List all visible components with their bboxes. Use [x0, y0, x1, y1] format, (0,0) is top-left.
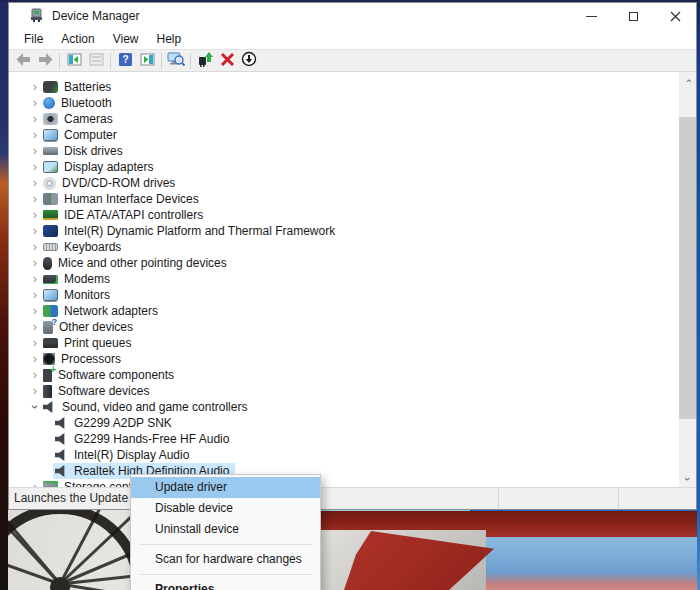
chevron-right-icon[interactable]: › [29, 81, 41, 93]
chevron-right-icon[interactable]: › [29, 209, 41, 221]
tree-item-label: Disk drives [64, 144, 123, 158]
tree-item-disk-drives[interactable]: ›Disk drives [9, 143, 679, 159]
dvd-icon [43, 177, 56, 190]
disable-device-button[interactable] [238, 51, 260, 71]
tree-item-intel-r-display-audio[interactable]: ›Intel(R) Display Audio [9, 447, 679, 463]
menu-separator [141, 544, 312, 545]
tree-item-sound-video-and-game-controllers[interactable]: ›Sound, video and game controllers [9, 399, 679, 415]
minimize-button[interactable] [570, 3, 612, 29]
chevron-right-icon[interactable]: › [29, 97, 41, 109]
tree-item-batteries[interactable]: ›Batteries [9, 79, 679, 95]
tree-item-g2299-hands-free-hf-audio[interactable]: ›G2299 Hands-Free HF Audio [9, 431, 679, 447]
tree-item-mice-and-other-pointing-devices[interactable]: ›Mice and other pointing devices [9, 255, 679, 271]
tree-item-bluetooth[interactable]: ›Bluetooth [9, 95, 679, 111]
tree-item-software-components[interactable]: ›Software components [9, 367, 679, 383]
help-button[interactable]: ? [114, 51, 136, 71]
tree-item-content: Computer [41, 127, 123, 143]
chevron-right-icon[interactable]: › [29, 113, 41, 125]
display-adapter-icon [43, 161, 58, 173]
chevron-right-icon[interactable]: › [29, 369, 41, 381]
context-menu-item-uninstall-device[interactable]: Uninstall device [131, 519, 320, 540]
tree-item-software-devices[interactable]: ›Software devices [9, 383, 679, 399]
tree-item-content: Modems [41, 271, 116, 287]
tree-item-content: Other devices [41, 319, 139, 335]
close-icon [670, 11, 681, 22]
chevron-right-icon[interactable]: › [29, 193, 41, 205]
tree-item-dvd-cd-rom-drives[interactable]: ›DVD/CD-ROM drives [9, 175, 679, 191]
back-button[interactable] [12, 51, 34, 71]
properties-button[interactable] [85, 51, 107, 71]
chevron-right-icon[interactable]: › [29, 177, 41, 189]
tree-item-keyboards[interactable]: ›Keyboards [9, 239, 679, 255]
close-button[interactable] [654, 3, 696, 29]
tree-item-cameras[interactable]: ›Cameras [9, 111, 679, 127]
scroll-down-button[interactable]: › [679, 470, 696, 487]
vertical-scrollbar[interactable]: › › [679, 72, 696, 487]
chevron-right-icon[interactable]: › [29, 273, 41, 285]
tree-item-processors[interactable]: ›Processors [9, 351, 679, 367]
menu-action[interactable]: Action [52, 30, 103, 48]
forward-button[interactable] [34, 51, 56, 71]
scan-hardware-button[interactable] [165, 51, 187, 71]
chevron-right-icon[interactable]: › [29, 241, 41, 253]
tree-item-content: Intel(R) Display Audio [53, 447, 195, 463]
tree-item-storage-controllers[interactable]: ›Storage controllers [9, 479, 679, 487]
tree-item-g2299-a2dp-snk[interactable]: ›G2299 A2DP SNK [9, 415, 679, 431]
tree-item-modems[interactable]: ›Modems [9, 271, 679, 287]
chevron-right-icon[interactable]: › [29, 257, 41, 269]
maximize-button[interactable] [612, 3, 654, 29]
update-driver-button[interactable] [194, 51, 216, 71]
tree-item-label: Human Interface Devices [64, 192, 199, 206]
context-menu-item-properties[interactable]: Properties [131, 579, 320, 590]
scrollbar-thumb[interactable] [679, 117, 696, 419]
tree-item-display-adapters[interactable]: ›Display adapters [9, 159, 679, 175]
speaker-icon [55, 417, 68, 429]
menu-view[interactable]: View [104, 30, 148, 48]
tree-item-other-devices[interactable]: ›Other devices [9, 319, 679, 335]
tree-item-human-interface-devices[interactable]: ›Human Interface Devices [9, 191, 679, 207]
chevron-right-icon[interactable]: › [29, 289, 41, 301]
chevron-right-icon[interactable]: › [29, 161, 41, 173]
tree-item-print-queues[interactable]: ›Print queues [9, 335, 679, 351]
chevron-right-icon[interactable]: › [29, 225, 41, 237]
tree-item-intel-r-dynamic-platform-and-thermal-framework[interactable]: ›Intel(R) Dynamic Platform and Thermal F… [9, 223, 679, 239]
chevron-right-icon[interactable]: › [29, 305, 41, 317]
tree-item-content: Software devices [41, 383, 155, 399]
chevron-right-icon[interactable]: › [29, 481, 41, 487]
chevron-right-icon[interactable]: › [29, 145, 41, 157]
camera-icon [43, 113, 58, 125]
menu-help[interactable]: Help [148, 30, 191, 48]
tree-item-label: Mice and other pointing devices [58, 256, 227, 270]
monitor-icon [43, 289, 58, 301]
maximize-icon [629, 12, 638, 21]
tree-item-label: Monitors [64, 288, 110, 302]
status-pane-3 [619, 488, 696, 509]
uninstall-device-button[interactable] [216, 51, 238, 71]
context-menu-item-scan-for-hardware-changes[interactable]: Scan for hardware changes [131, 549, 320, 570]
chevron-right-icon[interactable]: › [29, 129, 41, 141]
tree-item-label: Cameras [64, 112, 113, 126]
tree-item-label: Processors [61, 352, 121, 366]
tree-item-computer[interactable]: ›Computer [9, 127, 679, 143]
device-manager-window: Device Manager FileActionViewHelp ? ›Bat… [8, 2, 697, 510]
tree-item-monitors[interactable]: ›Monitors [9, 287, 679, 303]
tree-item-content: Batteries [41, 79, 117, 95]
chevron-right-icon[interactable]: › [29, 385, 41, 397]
action-pane-button[interactable] [136, 51, 158, 71]
chevron-right-icon[interactable]: › [29, 321, 41, 333]
tree-item-label: Sound, video and game controllers [62, 400, 247, 414]
tree-item-realtek-high-definition-audio[interactable]: ›Realtek High Definition Audio [9, 463, 679, 479]
scroll-up-button[interactable]: › [679, 72, 696, 89]
menu-file[interactable]: File [15, 30, 52, 48]
context-menu-item-disable-device[interactable]: Disable device [131, 498, 320, 519]
chevron-right-icon[interactable]: › [29, 353, 41, 365]
status-pane-2 [499, 488, 619, 509]
tree-item-content: Software components [41, 367, 180, 383]
tree-item-ide-ata-atapi-controllers[interactable]: ›IDE ATA/ATAPI controllers [9, 207, 679, 223]
tree-item-network-adapters[interactable]: ›Network adapters [9, 303, 679, 319]
context-menu-item-update-driver[interactable]: Update driver [131, 477, 320, 498]
show-console-tree-button[interactable] [63, 51, 85, 71]
tree-item-label: Bluetooth [61, 96, 112, 110]
chevron-right-icon[interactable]: › [29, 337, 41, 349]
chevron-down-icon[interactable]: › [29, 401, 41, 413]
